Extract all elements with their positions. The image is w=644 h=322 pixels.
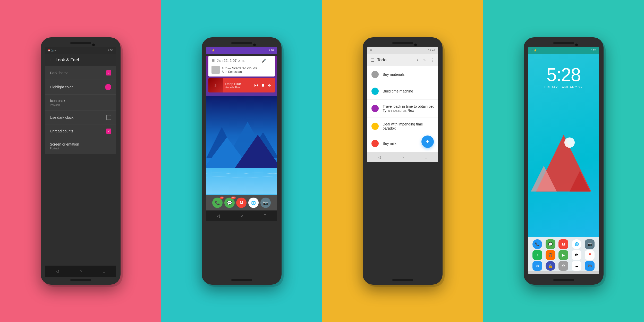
app-row-1: 📞 💬 M 🌐 📷 (531, 239, 596, 249)
phone-2-status-left: 🎵 🔔 (209, 49, 215, 52)
setting-dark-clock[interactable]: Use dark clock (45, 111, 116, 124)
phone-1-back-icon[interactable]: ← (49, 58, 53, 62)
todo-filter-icon[interactable]: ⇅ (423, 58, 426, 62)
music-next-btn[interactable]: ⏭ (268, 83, 272, 88)
phone-2-recents-nav[interactable]: □ (264, 213, 266, 218)
setting-orientation-value: Portrait (50, 147, 79, 150)
phone-2-camera (253, 44, 256, 46)
app-files-icon[interactable]: ⚙ (558, 261, 568, 271)
music-prev-btn[interactable]: ⏮ (254, 83, 258, 88)
phone-3-status-left: ☰ (370, 49, 372, 52)
app-spotify-icon[interactable]: ♪ (532, 250, 542, 260)
phone-3-back-nav[interactable]: ◁ (378, 155, 381, 159)
phone-4-speaker (553, 42, 574, 44)
phone-3-home-nav[interactable]: ○ (402, 155, 404, 159)
notif-mic-icon: 🎤 (262, 58, 266, 63)
svg-rect-6 (206, 168, 277, 194)
todo-fab[interactable]: + (421, 135, 434, 148)
phone-2-home-nav[interactable]: ○ (241, 213, 243, 218)
notif-date: Jan 22, 2:07 p.m. (217, 58, 260, 63)
phone-1-status-left: ⏰ 📷 ☁ (48, 49, 56, 52)
todo-item-2[interactable]: Build time machine (367, 83, 438, 100)
background-panel-4: 🎵 🔔 5:28 5:28 Friday, January 22 (483, 0, 644, 322)
lock-art (528, 89, 599, 237)
setting-dark-theme[interactable]: Dark theme ✓ (45, 66, 116, 80)
setting-orientation-label: Screen orientation (50, 142, 79, 146)
dock-phone-icon[interactable]: 📞 11 (212, 198, 223, 208)
setting-unread-counts[interactable]: Unread counts ✓ (45, 124, 116, 138)
app-phone-icon[interactable]: 📞 (532, 239, 542, 249)
lock-date: Friday, January 22 (528, 85, 599, 89)
app-chrome-icon[interactable]: 🌐 (572, 239, 581, 249)
todo-text-3: Travel back in time to obtain pet Tyrann… (383, 104, 434, 113)
app-camera-icon[interactable]: 📷 (585, 239, 595, 249)
phone-2-bottom (205, 274, 278, 281)
highlight-color-swatch[interactable] (105, 84, 111, 90)
phone-4-time: 5:28 (591, 49, 596, 52)
phone-2-back-nav[interactable]: ◁ (217, 213, 220, 218)
setting-highlight-label: Highlight color (50, 85, 73, 89)
todo-dot-4 (371, 123, 379, 130)
app-game-icon[interactable]: 🎮 (585, 261, 595, 271)
notif-more-icon[interactable]: ⋮ (268, 58, 272, 63)
app-sms-icon[interactable]: 💬 (546, 239, 555, 249)
dock-message-icon[interactable]: 💬 99+ (224, 198, 235, 208)
weather-cloud-icon (211, 66, 220, 74)
phone-3-speaker (392, 42, 413, 44)
dock-phone-badge: 11 (220, 197, 224, 199)
notif-menu-icon: ☰ (211, 58, 215, 63)
todo-item-4[interactable]: Deal with impending time paradox (367, 117, 438, 135)
phone-1-recents-nav[interactable]: □ (103, 269, 105, 274)
weather-location-text: San Sebastian (222, 70, 257, 74)
phone-4-screen: 🎵 🔔 5:28 5:28 Friday, January 22 (528, 47, 599, 274)
app-headphone-icon[interactable]: 🎧 (546, 250, 555, 260)
weather-details: 16° — Scattered clouds San Sebastian (222, 66, 257, 74)
dark-theme-checkbox[interactable]: ✓ (106, 70, 111, 75)
phone-2-wallpaper (206, 96, 277, 195)
phone-4-status-left: 🎵 🔔 (531, 49, 537, 52)
dock-chrome-icon[interactable]: 🌐 (248, 198, 259, 208)
app-play-icon[interactable]: ▶ (558, 250, 568, 260)
app-gmail-icon[interactable]: M (558, 239, 568, 249)
phone-2-time: 2:07 (269, 49, 274, 52)
phone-1-status-bar: ⏰ 📷 ☁ 2:58 (45, 47, 116, 54)
todo-menu-icon[interactable]: ☰ (371, 58, 375, 63)
music-controls: ⏮ ⏸ ⏭ (254, 83, 275, 88)
phone-2-speaker (231, 42, 252, 44)
music-pause-btn[interactable]: ⏸ (261, 83, 265, 88)
phone-1-appbar: ← Look & Feel (45, 54, 116, 66)
phone-1-back-nav[interactable]: ◁ (56, 269, 59, 274)
dock-gmail-icon[interactable]: M (236, 198, 247, 208)
todo-dropdown-icon[interactable]: ▾ (417, 58, 418, 62)
phone-2-notification-area: ☰ Jan 22, 2:07 p.m. 🎤 ⋮ 16° — Scattered … (206, 56, 277, 96)
phone-1-home-nav[interactable]: ○ (80, 269, 82, 274)
app-maps2-icon[interactable]: 📍 (585, 250, 595, 260)
todo-item-3[interactable]: Travel back in time to obtain pet Tyrann… (367, 100, 438, 117)
phone-3-appbar: ☰ Todo ▾ ⇅ ⋮ (367, 54, 438, 66)
phone-3-recents-nav[interactable]: □ (425, 155, 427, 159)
app-drive-icon[interactable]: ☁ (572, 261, 581, 271)
todo-item-1[interactable]: Buy materials (367, 66, 438, 83)
phone-2-weather-card: ☰ Jan 22, 2:07 p.m. 🎤 ⋮ 16° — Scattered … (208, 56, 275, 77)
app-email-icon[interactable]: ✉ (532, 261, 542, 271)
todo-more-icon[interactable]: ⋮ (430, 58, 434, 63)
phone-3-status-bar: ☰ 12:49 (367, 47, 438, 54)
phone-3-nav: ◁ ○ □ (367, 152, 438, 162)
dock-camera-icon[interactable]: 📷 (260, 198, 271, 208)
phone-1-screen: ⏰ 📷 ☁ 2:58 ← Look & Feel Dark theme ✓ (45, 47, 116, 263)
lock-app-grid: 📞 💬 M 🌐 📷 (528, 237, 599, 271)
todo-text-4: Deal with impending time paradox (383, 122, 434, 130)
app-maps-icon[interactable]: 🗺 (572, 250, 581, 260)
phone-3-bottom-speaker (392, 279, 413, 281)
setting-icon-pack[interactable]: Icon pack Polycon (45, 95, 116, 111)
phone-3-screen: ☰ 12:49 ☰ Todo ▾ ⇅ ⋮ Buy materials Buil (367, 47, 438, 274)
todo-dot-2 (371, 88, 379, 95)
dark-clock-checkbox[interactable] (106, 115, 111, 120)
setting-dark-clock-label-group: Use dark clock (50, 115, 74, 120)
setting-orientation-label-group: Screen orientation Portrait (50, 142, 79, 150)
unread-counts-checkbox[interactable]: ✓ (106, 129, 111, 134)
app-lock-icon[interactable]: 🔒 (546, 261, 555, 271)
setting-highlight-color[interactable]: Highlight color (45, 80, 116, 95)
setting-screen-orientation[interactable]: Screen orientation Portrait (45, 138, 116, 154)
todo-text-2: Build time machine (383, 89, 413, 93)
